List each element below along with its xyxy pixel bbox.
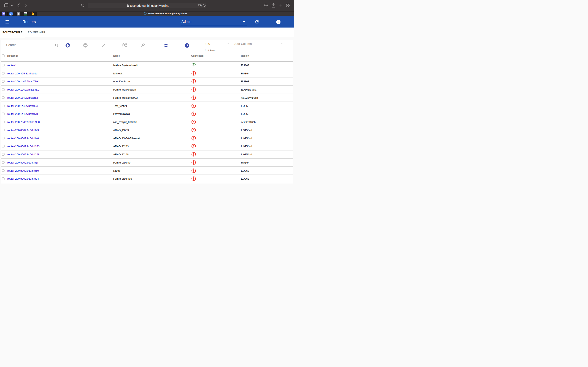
svg-text:文: 文: [200, 5, 202, 6]
svg-text:A: A: [199, 4, 200, 6]
svg-text:USDA: USDA: [24, 13, 27, 14]
